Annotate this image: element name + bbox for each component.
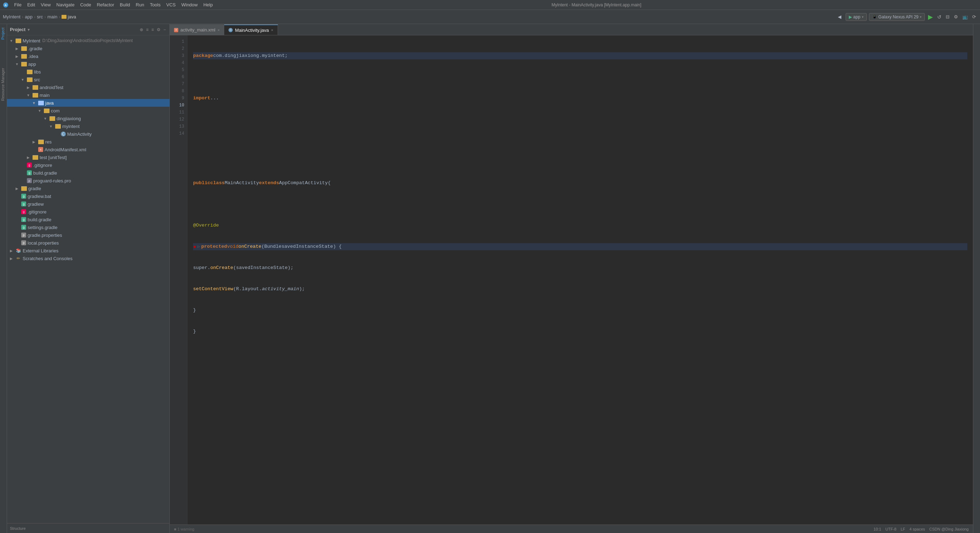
avd-manager-btn[interactable]: 📺 xyxy=(961,13,969,21)
code-line-6 xyxy=(193,159,967,165)
panel-close-btn[interactable]: − xyxy=(163,27,167,33)
menu-vcs[interactable]: VCS xyxy=(163,2,178,8)
line-num-12: 12 xyxy=(174,116,184,123)
tree-item-com[interactable]: com xyxy=(7,107,169,114)
proguard-icon: p xyxy=(27,178,32,183)
editor-tabs: X activity_main.xml × C MainActivity.jav… xyxy=(170,24,973,35)
refresh-button[interactable]: ↺ xyxy=(936,13,942,21)
line-separator: LF xyxy=(901,527,905,531)
navigate-back-btn[interactable]: ◀ xyxy=(836,13,843,21)
line-num-14: 14 xyxy=(174,130,184,137)
tree-item-buildgradle-app[interactable]: g build.gradle xyxy=(7,169,169,177)
menu-build[interactable]: Build xyxy=(117,2,133,8)
code-content[interactable]: package com.dingjiaxiong.myintent; impor… xyxy=(188,35,973,525)
breadcrumb-src[interactable]: src xyxy=(37,14,43,19)
java-folder-icon xyxy=(38,101,44,105)
run-controls: ◀ ▶ app ▾ 📱 Galaxy Nexus API 29 ▾ ▶ ↺ ⊟ … xyxy=(836,12,977,22)
panel-settings-btn[interactable]: ⚙ xyxy=(156,27,161,33)
tree-item-src[interactable]: src xyxy=(7,76,169,83)
menu-edit[interactable]: Edit xyxy=(24,2,38,8)
tree-item-idea[interactable]: .idea xyxy=(7,52,169,60)
tree-item-settings-gradle[interactable]: g settings.gradle xyxy=(7,224,169,231)
panel-dropdown[interactable]: ▾ xyxy=(28,27,30,32)
tree-item-buildgradle-root[interactable]: g build.gradle xyxy=(7,216,169,224)
myintent-pkg-folder-icon xyxy=(55,124,61,128)
menu-code[interactable]: Code xyxy=(78,2,94,8)
layout-run-btn[interactable]: ⊟ xyxy=(945,13,951,21)
scratches-label: Scratches and Consoles xyxy=(22,256,73,261)
code-line-11: super.onCreate(savedInstanceState); xyxy=(193,264,967,271)
tree-item-gitignore-app[interactable]: g .gitignore xyxy=(7,161,169,169)
menu-view[interactable]: View xyxy=(38,2,53,8)
tree-item-app[interactable]: app xyxy=(7,60,169,68)
menu-refactor[interactable]: Refactor xyxy=(94,2,117,8)
java-tab-label: MainActivity.java xyxy=(235,28,269,33)
tree-item-proguard[interactable]: p proguard-rules.pro xyxy=(7,177,169,184)
run-button[interactable]: ▶ xyxy=(927,12,934,22)
tree-arrow-res xyxy=(31,139,37,144)
device-selector[interactable]: 📱 Galaxy Nexus API 29 ▾ xyxy=(869,13,925,21)
menu-help[interactable]: Help xyxy=(200,2,216,8)
tree-item-gradlew-bat[interactable]: g gradlew.bat xyxy=(7,192,169,200)
tree-item-res[interactable]: res xyxy=(7,138,169,146)
main-folder-icon xyxy=(33,93,38,98)
tab-mainactivity-java[interactable]: C MainActivity.java × xyxy=(224,24,278,35)
xml-tab-close[interactable]: × xyxy=(218,28,220,32)
svg-text:A: A xyxy=(5,3,7,7)
tree-arrow-main xyxy=(25,92,31,98)
code-line-1: package com.dingjiaxiong.myintent; xyxy=(193,52,967,59)
line-num-13: 13 xyxy=(174,123,184,130)
tree-item-main[interactable]: main xyxy=(7,91,169,99)
tree-item-androidtest[interactable]: androidTest xyxy=(7,83,169,91)
bottom-right-info: 10:1 UTF-8 LF 4 spaces CSDN @Ding Jiaxio… xyxy=(873,527,969,531)
tree-item-test[interactable]: test [unitTest] xyxy=(7,153,169,161)
structure-panel-tab[interactable]: Structure xyxy=(7,523,169,533)
tree-item-external-libs[interactable]: 📚 External Libraries xyxy=(7,247,169,254)
tree-item-androidmanifest[interactable]: X AndroidManifest.xml xyxy=(7,146,169,153)
java-tab-close[interactable]: × xyxy=(271,28,273,32)
main-area: Project Resource Manager Project ▾ ⊕ ≡ ≡… xyxy=(0,24,980,533)
tree-item-gradlew[interactable]: g gradlew xyxy=(7,200,169,208)
tree-item-gradle-dir[interactable]: gradle xyxy=(7,184,169,192)
tab-resource-manager[interactable]: Resource Manager xyxy=(0,64,7,105)
tree-item-dingjiaxiong[interactable]: dingjiaxiong xyxy=(7,114,169,122)
breadcrumb-myintent[interactable]: MyIntent xyxy=(3,14,21,19)
tree-arrow-dingjiaxiong xyxy=(43,116,48,121)
tree-item-myintent[interactable]: MyIntent D:\DingJiaxiong\AndroidStudioPr… xyxy=(7,37,169,44)
menu-file[interactable]: File xyxy=(11,2,24,8)
app-selector[interactable]: ▶ app ▾ xyxy=(846,13,867,21)
tree-item-myintent-pkg[interactable]: myintent xyxy=(7,122,169,130)
menu-run[interactable]: Run xyxy=(133,2,147,8)
tree-item-gitignore-root[interactable]: g .gitignore xyxy=(7,208,169,216)
expand-all-btn[interactable]: ≡ xyxy=(151,27,154,33)
tree-item-gradle-hidden[interactable]: .gradle xyxy=(7,44,169,52)
tree-item-local-props[interactable]: p local.properties xyxy=(7,239,169,247)
menu-navigate[interactable]: Navigate xyxy=(53,2,77,8)
watermark: CSDN @Ding Jiaxiong xyxy=(929,527,969,531)
tree-item-gradle-props[interactable]: p gradle.properties xyxy=(7,231,169,239)
sync-btn[interactable]: ⟳ xyxy=(971,13,977,21)
sdk-manager-btn[interactable]: ⚙ xyxy=(953,13,959,21)
collapse-all-btn[interactable]: ≡ xyxy=(145,27,149,33)
line-num-9: 9 xyxy=(174,95,184,102)
line-num-6: 6 xyxy=(174,73,184,81)
tab-project[interactable]: Project xyxy=(0,24,7,43)
tree-item-scratches[interactable]: ✏ Scratches and Consoles xyxy=(7,254,169,262)
breadcrumb-app[interactable]: app xyxy=(25,14,33,19)
tab-activity-main-xml[interactable]: X activity_main.xml × xyxy=(170,24,224,35)
tree-item-libs[interactable]: libs xyxy=(7,68,169,76)
code-editor[interactable]: 1 2 3 4 5 6 7 8 9 10 11 12 13 14 package… xyxy=(170,35,973,525)
locate-file-btn[interactable]: ⊕ xyxy=(139,27,144,33)
menu-tools[interactable]: Tools xyxy=(147,2,163,8)
gradle-props-icon: p xyxy=(21,233,26,238)
breadcrumb-java[interactable]: java xyxy=(62,14,76,19)
window-title: MyIntent - MainActivity.java [MyIntent.a… xyxy=(551,3,641,8)
code-line-7: public class MainActivity extends AppCom… xyxy=(193,179,967,187)
code-line-12: setContentView(R.layout.activity_main); xyxy=(193,286,967,293)
tree-item-java[interactable]: java xyxy=(7,99,169,107)
breadcrumb-main[interactable]: main xyxy=(48,14,57,19)
menu-bar: A File Edit View Navigate Code Refactor … xyxy=(0,0,980,10)
scratches-icon: ✏ xyxy=(16,256,21,261)
tree-item-mainactivity[interactable]: C MainActivity xyxy=(7,130,169,138)
menu-window[interactable]: Window xyxy=(178,2,200,8)
